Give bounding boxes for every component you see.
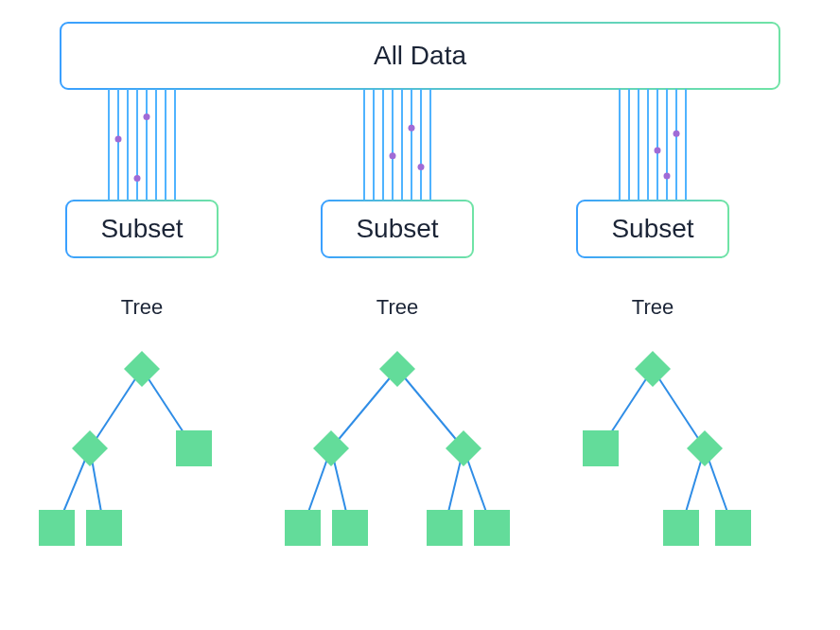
- sample-dot: [115, 136, 122, 143]
- tree-node-square: [86, 510, 122, 546]
- tree-edge: [90, 369, 142, 448]
- subset-group-1: SubsetTree: [285, 89, 510, 546]
- tree-node-diamond: [72, 430, 108, 466]
- subset-group-0: SubsetTree: [39, 89, 218, 546]
- tree-label: Tree: [632, 295, 674, 319]
- random-forest-diagram: All Data SubsetTree SubsetTree SubsetTre…: [0, 0, 840, 630]
- tree-node-diamond: [446, 430, 481, 466]
- tree-node-square: [715, 510, 751, 546]
- tree-node-diamond: [687, 430, 723, 466]
- tree-node-diamond: [313, 430, 349, 466]
- tree-node-square: [663, 510, 699, 546]
- tree-label: Tree: [376, 295, 418, 319]
- sample-dot: [664, 173, 671, 180]
- subset-group-2: SubsetTree: [577, 89, 751, 546]
- tree-node-square: [583, 430, 619, 466]
- sample-dot: [390, 152, 396, 159]
- tree-node-square: [332, 510, 368, 546]
- tree-node-square: [474, 510, 510, 546]
- tree-node-square: [285, 510, 321, 546]
- tree-node-diamond: [379, 351, 415, 387]
- subset-label: Subset: [100, 214, 183, 243]
- sample-dot: [674, 131, 680, 137]
- subset-label: Subset: [611, 214, 693, 243]
- sample-dot: [418, 164, 425, 170]
- subset-label: Subset: [356, 214, 438, 243]
- tree-edge: [331, 369, 397, 448]
- tree-node-diamond: [635, 351, 671, 387]
- tree-node-square: [427, 510, 463, 546]
- tree-edge: [397, 369, 464, 448]
- tree-label: Tree: [121, 295, 163, 319]
- tree-node-square: [176, 430, 212, 466]
- all-data-label: All Data: [374, 41, 466, 70]
- sample-dot: [655, 147, 661, 153]
- tree-edge: [653, 369, 705, 448]
- tree-node-square: [39, 510, 75, 546]
- sample-dot: [144, 114, 150, 120]
- sample-dot: [134, 175, 141, 182]
- sample-dot: [409, 125, 415, 131]
- tree-node-diamond: [124, 351, 160, 387]
